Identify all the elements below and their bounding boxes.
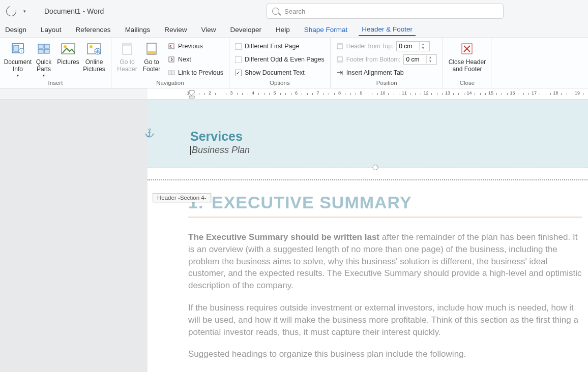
svg-rect-28 [189, 96, 194, 98]
goto-footer-button[interactable]: Go to Footer [140, 40, 163, 73]
title-bar: ▾ Document1 - Word Search [0, 0, 588, 22]
qat-chevron-icon[interactable]: ▾ [23, 9, 26, 14]
checkbox-icon [235, 56, 242, 63]
link-to-previous-button: Link to Previous [166, 66, 225, 79]
page-body: 1.EXECUTIVE SUMMARY The Executive Summar… [148, 180, 588, 372]
svg-rect-24 [337, 60, 342, 62]
ribbon-tabs: Design Layout References Mailings Review… [0, 22, 588, 38]
paragraph: Suggested headings to organize this busi… [188, 348, 582, 360]
insert-alignment-tab-button[interactable]: Insert Alignment Tab [335, 66, 439, 79]
footer-bottom-icon [336, 56, 343, 63]
svg-rect-7 [44, 49, 49, 53]
svg-rect-4 [38, 44, 43, 48]
tab-header-footer[interactable]: Header & Footer [359, 23, 416, 36]
page[interactable]: ⚓ Services Business Plan 1.EXECUTIVE SUM… [148, 100, 588, 372]
online-pictures-button[interactable]: Online Pictures [81, 40, 107, 73]
footer-from-bottom-input[interactable]: ▲▼ [403, 54, 437, 65]
svg-rect-14 [123, 43, 132, 46]
header-boundary [148, 179, 588, 180]
tab-view[interactable]: View [198, 24, 219, 36]
heading-1: 1.EXECUTIVE SUMMARY [188, 193, 582, 212]
group-label: Options [233, 80, 326, 87]
next-icon [168, 56, 175, 63]
group-position: Header from Top: ▲▼ Footer from Bottom: … [331, 38, 444, 88]
document-info-icon: i [10, 41, 26, 57]
group-close: Close Header and Footer Close [443, 38, 491, 88]
heading-underline [188, 216, 582, 218]
svg-marker-27 [189, 90, 194, 96]
header-separator [148, 168, 588, 168]
pictures-button[interactable]: Pictures [56, 40, 80, 66]
header-title: Services [190, 129, 588, 144]
footer-from-bottom-row: Footer from Bottom: ▲▼ [335, 53, 439, 66]
goto-header-button: Go to Header [115, 40, 139, 73]
svg-rect-19 [168, 71, 171, 75]
different-odd-even-checkbox[interactable]: Different Odd & Even Pages [233, 53, 326, 66]
previous-button[interactable]: Previous [166, 40, 225, 53]
drag-handle-icon[interactable] [373, 165, 378, 170]
paragraph: The Executive Summary should be written … [188, 231, 582, 292]
quick-parts-icon [36, 41, 52, 57]
checkbox-icon [235, 43, 242, 50]
header-from-top-input[interactable]: ▲▼ [396, 41, 430, 51]
goto-footer-icon [143, 41, 160, 57]
checkbox-checked-icon: ✓ [235, 70, 242, 76]
svg-point-9 [64, 45, 67, 48]
svg-text:i: i [21, 49, 22, 53]
ribbon: i Document Info ▾ Quick Parts ▾ Pictures [0, 38, 588, 88]
horizontal-ruler[interactable]: 12345678910111213141516171819 [0, 88, 588, 100]
refresh-icon[interactable] [4, 4, 18, 18]
pictures-icon [60, 41, 76, 57]
search-icon [272, 8, 279, 15]
svg-rect-5 [44, 44, 49, 48]
different-first-page-checkbox[interactable]: Different First Page [233, 40, 326, 53]
search-input[interactable]: Search [267, 4, 504, 19]
group-navigation: Go to Header Go to Footer Previous Next [111, 38, 229, 88]
group-insert: i Document Info ▾ Quick Parts ▾ Pictures [0, 38, 111, 88]
app-title: Document1 - Word [44, 7, 104, 15]
tab-developer[interactable]: Developer [227, 24, 264, 36]
group-options: Different First Page Different Odd & Eve… [229, 38, 331, 88]
svg-rect-6 [38, 49, 43, 53]
goto-header-icon [119, 41, 135, 57]
anchor-icon: ⚓ [144, 128, 155, 138]
tab-layout[interactable]: Layout [38, 24, 65, 36]
svg-rect-18 [169, 57, 174, 62]
svg-point-11 [90, 45, 93, 48]
tab-help[interactable]: Help [273, 24, 293, 36]
svg-rect-16 [147, 51, 156, 54]
link-icon [168, 69, 175, 76]
svg-rect-20 [171, 71, 174, 75]
group-label: Position [335, 80, 439, 87]
tab-review[interactable]: Review [161, 24, 190, 36]
tab-icon [336, 69, 343, 76]
quick-parts-button[interactable]: Quick Parts ▾ [33, 40, 55, 78]
search-placeholder: Search [284, 8, 305, 15]
svg-rect-1 [14, 45, 19, 51]
paragraph: If the business requires outside investm… [188, 302, 582, 338]
previous-icon [168, 43, 175, 50]
close-icon [459, 41, 475, 57]
tab-design[interactable]: Design [2, 24, 30, 36]
page-header[interactable]: ⚓ Services Business Plan [148, 100, 588, 168]
indent-marker-icon[interactable] [188, 89, 195, 99]
group-label: Navigation [115, 80, 225, 87]
document-area: ⚓ Services Business Plan 1.EXECUTIVE SUM… [0, 100, 588, 372]
header-top-icon [336, 43, 343, 50]
next-button[interactable]: Next [166, 53, 225, 66]
svg-rect-22 [337, 44, 342, 45]
tab-mailings[interactable]: Mailings [122, 24, 154, 36]
online-pictures-icon [86, 41, 102, 57]
close-header-footer-button[interactable]: Close Header and Footer [447, 40, 487, 73]
header-section-tag: Header -Section 4- [153, 193, 211, 202]
tab-shape-format[interactable]: Shape Format [301, 24, 351, 36]
header-subtitle: Business Plan [190, 145, 588, 156]
group-label: Close [447, 80, 487, 87]
show-document-text-checkbox[interactable]: ✓ Show Document Text [233, 66, 326, 79]
group-label: Insert [4, 80, 107, 87]
document-info-button[interactable]: i Document Info ▾ [4, 40, 32, 78]
tab-references[interactable]: References [73, 24, 114, 36]
header-from-top-row: Header from Top: ▲▼ [335, 40, 439, 53]
